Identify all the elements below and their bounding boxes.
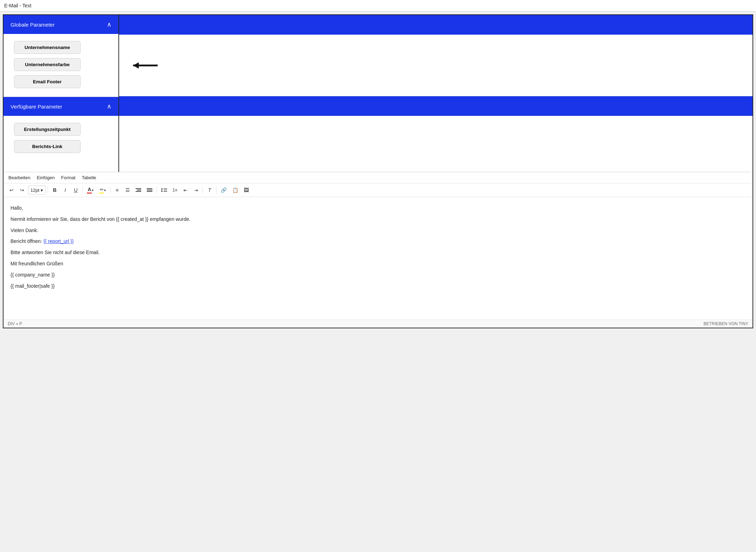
undo-button[interactable]: ↩ — [7, 186, 16, 195]
content-line7: {{ company_name }} — [11, 271, 745, 279]
align-right-button[interactable] — [133, 186, 143, 195]
verfuegbare-parameter-chevron: ∧ — [107, 103, 111, 110]
increase-indent-button[interactable]: ⇥ — [191, 186, 200, 195]
verfuegbare-parameter-body: Erstellungszeitpunkt Berichts-Link — [4, 116, 118, 161]
unternehmensfarbe-button[interactable]: Unternehmensfarbe — [14, 58, 81, 71]
menu-einfuegen[interactable]: Einfügen — [37, 175, 55, 180]
content-line8: {{ mail_footer|safe }} — [11, 282, 745, 291]
unordered-list-button[interactable] — [159, 186, 169, 195]
divider-5 — [202, 187, 203, 194]
menu-format[interactable]: Format — [61, 175, 75, 180]
editor-menubar: Bearbeiten Einfügen Format Tabelle — [4, 172, 752, 183]
params-layout: Globale Parameter ∧ Unternehmensname Unt… — [4, 15, 752, 172]
content-line2: hiermit informieren wir Sie, dass der Be… — [11, 215, 745, 224]
italic-button[interactable]: I — [61, 186, 70, 195]
main-container: Globale Parameter ∧ Unternehmensname Unt… — [3, 14, 753, 328]
globale-parameter-body: Unternehmensname Unternehmensfarbe Email… — [4, 34, 118, 97]
highlight-color-button[interactable]: ✏ ▾ — [97, 186, 108, 195]
underline-button[interactable]: U — [71, 186, 80, 195]
menu-tabelle[interactable]: Tabelle — [82, 175, 96, 180]
unternehmensname-button[interactable]: Unternehmensname — [14, 41, 81, 54]
globale-parameter-header[interactable]: Globale Parameter ∧ — [4, 15, 118, 34]
align-center-button[interactable]: ☰ — [123, 186, 132, 195]
berichts-link-button[interactable]: Berichts-Link — [14, 140, 81, 153]
left-panel: Globale Parameter ∧ Unternehmensname Unt… — [4, 15, 119, 172]
verfuegbare-parameter-title: Verfügbare Parameter — [11, 104, 62, 110]
content-line6: Mit freundlichen Grüßen — [11, 260, 745, 268]
divider-6 — [216, 187, 217, 194]
email-footer-button[interactable]: Email Footer — [14, 75, 81, 88]
decrease-indent-button[interactable]: ⇤ — [181, 186, 190, 195]
content-line4-prefix: Bericht öffnen: — [11, 238, 43, 244]
page-title: E-Mail - Text — [0, 0, 756, 12]
right-panel — [119, 15, 752, 172]
bold-button[interactable]: B — [50, 186, 59, 195]
ordered-list-button[interactable]: 1≡ — [170, 186, 179, 195]
content-line1: Hallo, — [11, 204, 745, 212]
divider-2 — [82, 187, 83, 194]
svg-marker-1 — [133, 62, 139, 69]
content-line3: Vielen Dank. — [11, 226, 745, 235]
erstellungszeitpunkt-button[interactable]: Erstellungszeitpunkt — [14, 123, 81, 136]
globale-parameter-chevron: ∧ — [107, 21, 111, 28]
image-button[interactable]: 🖼 — [242, 186, 251, 195]
justify-button[interactable] — [145, 186, 154, 195]
content-line5: Bitte antworten Sie nicht auf diese Emai… — [11, 249, 745, 257]
verfuegbare-parameter-section: Verfügbare Parameter ∧ Erstellungszeitpu… — [4, 97, 118, 161]
arrow-indicator — [130, 59, 161, 72]
menu-bearbeiten[interactable]: Bearbeiten — [8, 175, 30, 180]
font-color-dropdown-icon: ▾ — [92, 188, 94, 192]
highlight-dropdown-icon: ▾ — [104, 188, 106, 192]
redo-button[interactable]: ↪ — [18, 186, 27, 195]
verfuegbare-parameter-header[interactable]: Verfügbare Parameter ∧ — [4, 97, 118, 116]
content-line4-link[interactable]: {{ report_url }} — [43, 238, 74, 244]
font-size-select[interactable]: 12pt ▾ — [28, 186, 46, 195]
editor-footer: DIV » P BETRIEBEN VON TINY — [4, 320, 752, 328]
divider-3 — [110, 187, 110, 194]
paste-button[interactable]: 📋 — [230, 186, 240, 195]
editor-footer-right: BETRIEBEN VON TINY — [703, 321, 748, 326]
align-left-button[interactable]: ≡ — [112, 186, 122, 195]
font-size-value: 12pt — [30, 188, 39, 193]
remove-format-button[interactable]: T — [205, 186, 214, 195]
link-button[interactable]: 🔗 — [219, 186, 229, 195]
font-size-chevron: ▾ — [41, 188, 43, 193]
font-color-button[interactable]: A ▾ — [85, 186, 96, 195]
globale-parameter-section: Globale Parameter ∧ Unternehmensname Unt… — [4, 15, 118, 97]
editor-area: Bearbeiten Einfügen Format Tabelle ↩ ↪ 1… — [4, 172, 752, 328]
editor-toolbar: ↩ ↪ 12pt ▾ B I U A ▾ — [4, 183, 752, 197]
content-line4: Bericht öffnen: {{ report_url }} — [11, 237, 745, 246]
editor-content[interactable]: Hallo, hiermit informieren wir Sie, dass… — [4, 197, 752, 320]
editor-footer-left: DIV » P — [8, 321, 22, 326]
divider-4 — [157, 187, 157, 194]
divider-1 — [48, 187, 48, 194]
globale-parameter-title: Globale Parameter — [11, 22, 55, 28]
